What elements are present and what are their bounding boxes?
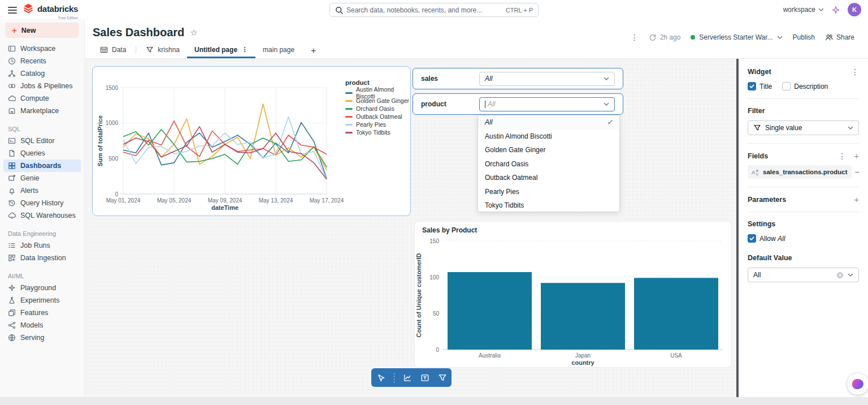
sidebar-item-dashboards[interactable]: Dashboards: [3, 160, 81, 172]
search-shortcut: CTRL + P: [506, 7, 533, 14]
legend-item[interactable]: Golden Gate Ginger: [345, 97, 410, 105]
svg-text:May 05, 2024: May 05, 2024: [157, 197, 192, 204]
workspace-switcher[interactable]: workspace: [783, 6, 824, 14]
sidebar-item-recents[interactable]: Recents: [3, 55, 81, 67]
databricks-logo[interactable]: databricks Free Edition: [23, 3, 78, 14]
sidebar-item-job-runs[interactable]: Job Runs: [3, 239, 81, 252]
widget-kebab-icon[interactable]: ⋮: [851, 68, 859, 76]
sidebar-item-jobs-pipelines[interactable]: Jobs & Pipelines: [3, 80, 81, 92]
tab-main-page[interactable]: main page: [255, 43, 302, 58]
sidebar-item-sql-editor[interactable]: SQL Editor: [3, 135, 81, 147]
bell-icon: [8, 187, 16, 195]
sidebar-item-experiments[interactable]: Experiments: [3, 294, 81, 307]
new-button[interactable]: + New: [5, 23, 79, 38]
product-filter-combobox[interactable]: All: [479, 97, 615, 111]
title-checkbox[interactable]: Title: [748, 82, 772, 91]
string-field-icon: ABC: [752, 168, 760, 176]
bar-chart-widget[interactable]: Sales by Product 050100150AustraliaJapan…: [414, 221, 732, 368]
share-people-icon: [825, 33, 833, 41]
sidebar-item-alerts[interactable]: Alerts: [3, 184, 81, 197]
list-icon: [8, 242, 16, 249]
global-search[interactable]: CTRL + P: [329, 3, 539, 17]
sidebar-section-aiml: AI/ML: [8, 273, 76, 279]
field-pill[interactable]: ABC sales_transactions.product: [748, 165, 852, 179]
svg-text:0: 0: [436, 347, 439, 353]
sidebar-item-workspace[interactable]: Workspace: [3, 42, 81, 55]
add-filter-tool-icon[interactable]: [438, 373, 447, 382]
legend-swatch: [345, 116, 353, 118]
filter-label: sales: [421, 75, 479, 83]
chevron-down-icon: [848, 126, 853, 130]
legend-item[interactable]: Orchard Oasis: [345, 105, 410, 113]
add-chart-tool-icon[interactable]: [403, 373, 412, 382]
dropdown-option[interactable]: Pearly Pies: [478, 185, 619, 199]
search-input[interactable]: [346, 6, 502, 14]
tab-kebab-icon[interactable]: ⋮: [241, 46, 248, 54]
dropdown-option-all[interactable]: All ✓: [478, 115, 619, 130]
legend-item[interactable]: Austin Almond Biscotti: [345, 89, 410, 97]
user-avatar[interactable]: K: [848, 3, 861, 16]
sidebar-item-serving[interactable]: Serving: [3, 331, 81, 344]
sidebar-item-queries[interactable]: Queries: [3, 147, 81, 160]
filter-type-select[interactable]: Single value: [748, 120, 859, 135]
legend-item[interactable]: Tokyo Tidbits: [345, 128, 410, 136]
assistant-sparkle-icon[interactable]: [832, 5, 840, 15]
sidebar-item-marketplace[interactable]: Marketplace: [3, 105, 81, 117]
sidebar-section-data-engineering: Data Engineering: [8, 230, 76, 237]
default-value-select[interactable]: All: [748, 268, 859, 282]
svg-text:dateTime: dateTime: [211, 204, 238, 211]
product-filter-widget[interactable]: product All: [413, 93, 623, 115]
brand-wordmark: databricks: [37, 4, 78, 14]
dropdown-option[interactable]: Austin Almond Biscotti: [478, 130, 619, 144]
publish-button[interactable]: Publish: [793, 33, 815, 41]
remove-field-icon[interactable]: −: [855, 167, 860, 176]
add-field-icon[interactable]: +: [854, 152, 859, 160]
sidebar-item-data-ingestion[interactable]: Data Ingestion: [3, 252, 81, 264]
share-button[interactable]: Share: [825, 33, 854, 41]
add-text-tool-icon[interactable]: [420, 373, 429, 382]
sidebar-item-playground[interactable]: Playground: [3, 282, 81, 294]
hamburger-menu-icon[interactable]: [8, 5, 17, 13]
dropdown-option[interactable]: Tokyo Tidbits: [478, 199, 619, 213]
sales-filter-select[interactable]: All: [479, 72, 615, 86]
dropdown-option[interactable]: Outback Oatmeal: [478, 171, 619, 185]
svg-text:1500: 1500: [106, 85, 119, 91]
legend-item[interactable]: Outback Oatmeal: [345, 113, 410, 120]
tab-untitled-page[interactable]: Untitled page ⋮: [187, 43, 255, 58]
add-parameter-icon[interactable]: +: [854, 195, 859, 204]
sidebar-item-query-history[interactable]: Query History: [3, 197, 81, 209]
add-page-button[interactable]: +: [302, 43, 325, 58]
svg-text:May 09, 2024: May 09, 2024: [208, 197, 242, 204]
line-chart-widget[interactable]: May 01, 2024May 05, 2024May 09, 2024May …: [92, 66, 411, 216]
clear-value-icon[interactable]: [836, 272, 844, 279]
tab-krishna[interactable]: krishna: [138, 43, 187, 58]
dropdown-option[interactable]: Orchard Oasis: [478, 157, 619, 171]
refresh-button[interactable]: 2h ago: [649, 33, 681, 41]
sidebar-item-genie[interactable]: Genie: [3, 172, 81, 184]
sidebar-item-compute[interactable]: Compute: [3, 92, 81, 105]
sidebar-item-catalog[interactable]: Catalog: [3, 67, 81, 80]
tab-data[interactable]: Data: [93, 43, 133, 58]
warehouse-selector[interactable]: Serverless Starter War...: [691, 33, 782, 41]
sidebar-section-sql: SQL: [8, 126, 76, 132]
line-chart: May 01, 2024May 05, 2024May 09, 2024May …: [96, 69, 349, 214]
sidebar-item-features[interactable]: Features: [3, 307, 81, 319]
allow-all-checkbox[interactable]: Allow All: [748, 234, 785, 243]
panel-scrollbar[interactable]: [736, 59, 739, 397]
nodes-icon: [8, 321, 16, 329]
chevron-down-icon: [818, 8, 824, 12]
favorite-star-icon[interactable]: ☆: [190, 28, 197, 38]
svg-text:Count of Unique customerID: Count of Unique customerID: [415, 253, 422, 337]
panel-heading-filter: Filter: [748, 107, 859, 115]
dropdown-option[interactable]: Golden Gate Ginger: [478, 143, 619, 157]
description-checkbox[interactable]: Description: [782, 82, 828, 91]
sidebar-item-models[interactable]: Models: [3, 319, 81, 331]
sidebar-item-sql-warehouses[interactable]: SQL Warehouses: [3, 209, 81, 222]
header-kebab-icon[interactable]: ⋮: [631, 33, 639, 41]
cursor-tool-icon[interactable]: [376, 373, 385, 382]
flask-icon: [8, 296, 16, 304]
fields-kebab-icon[interactable]: ⋮: [838, 152, 846, 160]
legend-item[interactable]: Pearly Pies: [345, 120, 410, 128]
assistant-bubble[interactable]: [847, 373, 868, 395]
sales-filter-widget[interactable]: sales All: [413, 68, 623, 89]
